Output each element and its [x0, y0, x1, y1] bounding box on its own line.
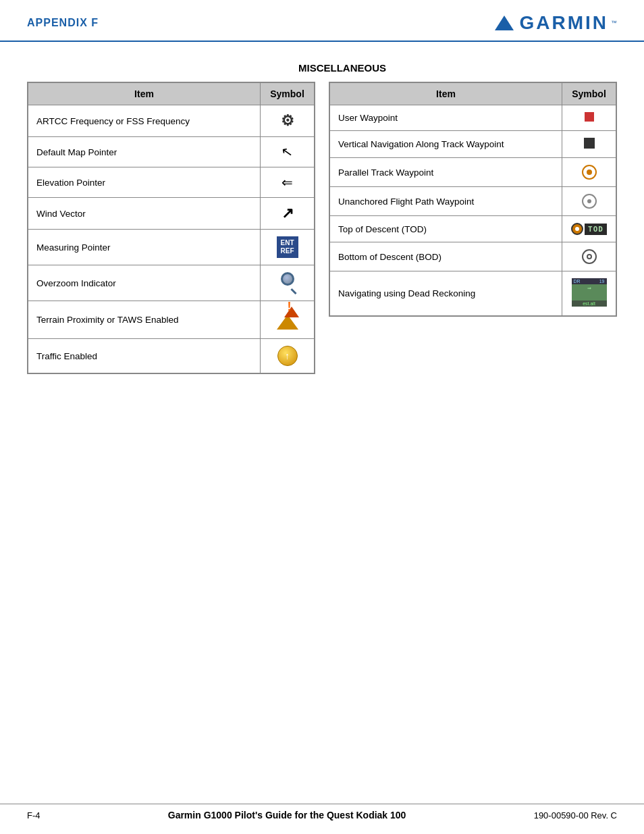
- tod-dot: [575, 227, 579, 231]
- wind-vector-icon: ↗: [281, 205, 294, 222]
- parallel-waypoint-icon: [582, 165, 597, 180]
- tod-circle: [571, 223, 583, 235]
- measuring-pointer-icon: ENTREF: [277, 236, 298, 258]
- footer-page-number: F-4: [27, 810, 41, 820]
- symbol-cell: [562, 131, 616, 158]
- dr-content: ⇒: [572, 284, 607, 292]
- parallel-wp-dot: [587, 170, 592, 175]
- elevation-icon: ⇐: [281, 174, 293, 190]
- symbol-cell: ↖: [261, 137, 315, 167]
- dr-label: DR: [574, 279, 581, 284]
- footer-title: Garmin G1000 Pilot's Guide for the Quest…: [168, 810, 406, 820]
- tod-icon: TOD: [571, 223, 607, 235]
- item-label: Parallel Track Waypoint: [330, 158, 562, 187]
- item-label: User Waypoint: [330, 105, 562, 131]
- item-label: Overzoom Indicator: [28, 265, 261, 301]
- overzoom-icon: [277, 272, 298, 294]
- search-handle: [290, 288, 296, 294]
- item-label: Elevation Pointer: [28, 167, 261, 198]
- dr-bottom: est.alt: [572, 301, 607, 307]
- symbol-cell: DR 19 ⇒ est.alt: [562, 271, 616, 316]
- symbol-cell: [562, 158, 616, 187]
- trademark-symbol: ™: [611, 20, 617, 26]
- left-table: Item Symbol ARTCC Frequency or FSS Frequ…: [27, 82, 315, 374]
- tod-label: TOD: [585, 224, 607, 235]
- bod-icon: [582, 249, 597, 264]
- symbol-cell: ⇐: [261, 167, 315, 198]
- user-waypoint-icon: [585, 112, 594, 122]
- mountain-peak: [284, 307, 299, 317]
- table-row: Parallel Track Waypoint: [330, 158, 616, 187]
- symbol-cell: [562, 105, 616, 131]
- item-label: Vertical Navigation Along Track Waypoint: [330, 131, 562, 158]
- symbol-cell: ⚙: [261, 105, 315, 137]
- right-table: Item Symbol User Waypoint Vertical Navi: [329, 82, 617, 317]
- tables-wrapper: Item Symbol ARTCC Frequency or FSS Frequ…: [27, 82, 617, 374]
- garmin-logo: GARMIN™: [495, 12, 617, 34]
- artcc-icon: ⚙: [281, 112, 294, 130]
- table-row: Wind Vector ↗: [28, 198, 315, 230]
- table-row: Bottom of Descent (BOD): [330, 242, 616, 271]
- item-label: Bottom of Descent (BOD): [330, 242, 562, 271]
- symbol-cell: ENTREF: [261, 230, 315, 265]
- table-row: ARTCC Frequency or FSS Frequency ⚙: [28, 105, 315, 137]
- item-label: Navigating using Dead Reckoning: [330, 271, 562, 316]
- garmin-triangle-icon: [495, 16, 514, 30]
- symbol-cell: ↗: [261, 198, 315, 230]
- item-label: Measuring Pointer: [28, 230, 261, 265]
- item-label: ARTCC Frequency or FSS Frequency: [28, 105, 261, 137]
- table-row: User Waypoint: [330, 105, 616, 131]
- dr-top-bar: DR 19: [572, 278, 607, 284]
- item-label: Wind Vector: [28, 198, 261, 230]
- footer-doc-number: 190-00590-00 Rev. C: [534, 810, 617, 820]
- map-pointer-icon: ↖: [280, 143, 294, 161]
- symbol-cell: [562, 187, 616, 216]
- table-row: Navigating using Dead Reckoning DR 19 ⇒ …: [330, 271, 616, 316]
- garmin-wordmark: GARMIN: [519, 12, 608, 34]
- table-row: Terrain Proximity or TAWS Enabled !: [28, 301, 315, 339]
- table-row: Elevation Pointer ⇐: [28, 167, 315, 198]
- table-row: Unanchored Flight Path Waypoint: [330, 187, 616, 216]
- section-title: MISCELLANEOUS: [68, 62, 617, 74]
- symbol-cell: [261, 265, 315, 301]
- symbol-cell: TOD: [562, 216, 616, 242]
- right-col1-header: Item: [330, 83, 562, 105]
- traffic-icon: ↑: [277, 346, 298, 366]
- bod-dot: [587, 254, 592, 259]
- item-label: Terrain Proximity or TAWS Enabled: [28, 301, 261, 339]
- item-label: Traffic Enabled: [28, 339, 261, 373]
- main-content: MISCELLANEOUS Item Symbol ARTCC Frequenc…: [0, 42, 644, 388]
- unanchored-waypoint-icon: [582, 194, 597, 209]
- exclamation-icon: !: [288, 300, 292, 314]
- symbol-cell: ↑: [261, 339, 315, 373]
- table-row: Overzoom Indicator: [28, 265, 315, 301]
- dead-reckoning-icon: DR 19 ⇒ est.alt: [572, 278, 607, 307]
- page-header: APPENDIX F GARMIN™: [0, 0, 644, 42]
- terrain-icon: !: [277, 308, 298, 331]
- left-col1-header: Item: [28, 83, 261, 105]
- appendix-title: APPENDIX F: [27, 17, 99, 29]
- search-circle: [281, 272, 294, 286]
- item-label: Default Map Pointer: [28, 137, 261, 167]
- table-row: Default Map Pointer ↖: [28, 137, 315, 167]
- item-label: Unanchored Flight Path Waypoint: [330, 187, 562, 216]
- symbol-cell: !: [261, 301, 315, 339]
- traffic-arrow-icon: ↑: [285, 350, 290, 361]
- item-label: Top of Descent (TOD): [330, 216, 562, 242]
- table-row: Top of Descent (TOD) TOD: [330, 216, 616, 242]
- mountain-shape: !: [277, 315, 298, 330]
- left-col2-header: Symbol: [261, 83, 315, 105]
- dr-number: 19: [599, 279, 605, 284]
- vnav-waypoint-icon: [584, 138, 595, 149]
- table-row: Measuring Pointer ENTREF: [28, 230, 315, 265]
- table-row: Traffic Enabled ↑: [28, 339, 315, 373]
- symbol-cell: [562, 242, 616, 271]
- right-col2-header: Symbol: [562, 83, 616, 105]
- page-footer: F-4 Garmin G1000 Pilot's Guide for the Q…: [0, 804, 644, 820]
- table-row: Vertical Navigation Along Track Waypoint: [330, 131, 616, 158]
- unanchored-wp-dot: [587, 199, 591, 203]
